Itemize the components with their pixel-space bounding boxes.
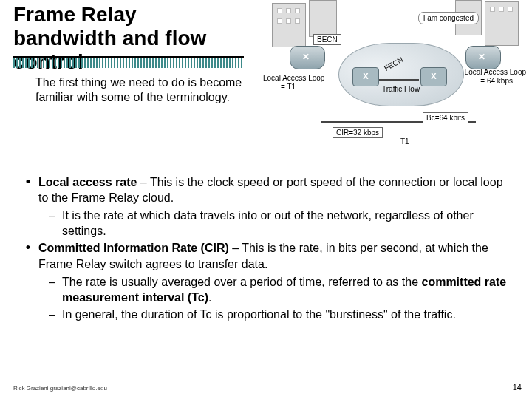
cir-label: CIR=32 kbps — [332, 127, 383, 138]
building-left-icon — [272, 3, 306, 47]
fecn-label: FECN — [383, 55, 404, 72]
building-right-icon — [485, 1, 519, 46]
bullet-dot-icon: • — [18, 240, 38, 271]
b1-s1-text: It is the rate at which data travels int… — [62, 208, 514, 239]
b2-s1a: The rate is usually averaged over a peri… — [62, 276, 421, 288]
bullet-1: • Local access rate – This is the clock … — [18, 174, 514, 205]
congested-callout: I am congested — [418, 12, 479, 24]
bullet-1-sub-1: – It is the rate at which data travels i… — [49, 208, 514, 239]
page-number: 14 — [513, 383, 522, 392]
intro-text: The first thing we need to do is become … — [35, 75, 242, 105]
switch-left-icon: X — [352, 67, 379, 86]
lal-left-2: = T1 — [281, 83, 296, 91]
lal-left-1: Local Access Loop — [263, 74, 324, 82]
lal-right-2: = 64 kbps — [480, 77, 513, 85]
b2-term: Committed Information Rate (CIR) — [38, 242, 229, 254]
switch-right-icon: X — [420, 67, 447, 86]
b2-s1c: . — [208, 291, 211, 304]
b1-term: Local access rate — [38, 176, 137, 188]
bullet-dot-icon: • — [18, 174, 38, 205]
dash-icon: – — [49, 274, 62, 305]
flow-arrow-icon — [379, 79, 419, 81]
frame-relay-cloud-icon: X X FECN Traffic Flow — [338, 43, 464, 106]
building-left2-icon — [309, 0, 337, 37]
b2-s2-text: In general, the duration of Tc is propor… — [62, 307, 456, 322]
t1-label: T1 — [400, 137, 409, 146]
dash-icon: – — [49, 208, 62, 239]
router-right-icon: ✕ — [466, 46, 501, 69]
body-content: • Local access rate – This is the clock … — [18, 174, 514, 324]
becn-label: BECN — [313, 34, 341, 45]
bullet-2: • Committed Information Rate (CIR) – Thi… — [18, 240, 514, 271]
bc-label: Bc=64 kbits — [423, 112, 468, 123]
network-diagram: I am congested ✕ ✕ X X FECN Traffic Flow… — [267, 3, 523, 158]
footer-author: Rick Graziani graziani@cabrillo.edu — [13, 385, 107, 392]
dash-icon: – — [49, 307, 62, 322]
bullet-2-sub-1: – The rate is usually averaged over a pe… — [49, 274, 514, 305]
slide: Frame Relay bandwidth and flow control T… — [0, 0, 532, 399]
bullet-2-sub-2: – In general, the duration of Tc is prop… — [49, 307, 514, 322]
router-left-icon: ✕ — [290, 46, 325, 69]
lal-right-1: Local Access Loop — [465, 68, 526, 76]
traffic-flow-label: Traffic Flow — [382, 85, 420, 93]
title-underline — [13, 56, 244, 68]
